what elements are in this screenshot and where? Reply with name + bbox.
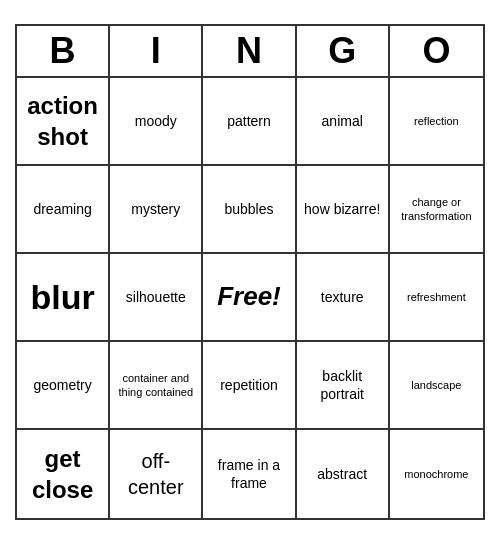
bingo-cell[interactable]: Free! [203,254,296,342]
cell-text: bubbles [224,200,273,218]
bingo-cell[interactable]: bubbles [203,166,296,254]
cell-text: moody [135,112,177,130]
bingo-cell[interactable]: pattern [203,78,296,166]
header-letter: B [17,26,110,76]
cell-text: how bizarre! [304,200,380,218]
cell-text: pattern [227,112,271,130]
bingo-cell[interactable]: change or transformation [390,166,483,254]
bingo-cell[interactable]: get close [17,430,110,518]
bingo-cell[interactable]: backlit portrait [297,342,390,430]
bingo-cell[interactable]: moody [110,78,203,166]
bingo-cell[interactable]: reflection [390,78,483,166]
cell-text: container and thing contained [114,371,197,400]
cell-text: silhouette [126,288,186,306]
cell-text: geometry [33,376,91,394]
cell-text: mystery [131,200,180,218]
cell-text: frame in a frame [207,456,290,492]
bingo-cell[interactable]: how bizarre! [297,166,390,254]
bingo-cell[interactable]: refreshment [390,254,483,342]
bingo-cell[interactable]: repetition [203,342,296,430]
cell-text: texture [321,288,364,306]
cell-text: blur [30,275,94,319]
cell-text: monochrome [404,467,468,481]
bingo-cell[interactable]: off-center [110,430,203,518]
bingo-cell[interactable]: monochrome [390,430,483,518]
header-letter: O [390,26,483,76]
cell-text: backlit portrait [301,367,384,403]
bingo-cell[interactable]: blur [17,254,110,342]
cell-text: Free! [217,280,281,314]
bingo-cell[interactable]: landscape [390,342,483,430]
bingo-header: BINGO [17,26,483,78]
cell-text: action shot [21,90,104,152]
bingo-cell[interactable]: dreaming [17,166,110,254]
bingo-cell[interactable]: texture [297,254,390,342]
bingo-cell[interactable]: geometry [17,342,110,430]
cell-text: repetition [220,376,278,394]
bingo-card: BINGO action shotmoodypatternanimalrefle… [15,24,485,520]
bingo-grid: action shotmoodypatternanimalreflectiond… [17,78,483,518]
bingo-cell[interactable]: silhouette [110,254,203,342]
cell-text: reflection [414,114,459,128]
bingo-cell[interactable]: action shot [17,78,110,166]
cell-text: landscape [411,378,461,392]
header-letter: G [297,26,390,76]
cell-text: dreaming [33,200,91,218]
cell-text: off-center [114,448,197,500]
header-letter: N [203,26,296,76]
cell-text: animal [322,112,363,130]
header-letter: I [110,26,203,76]
bingo-cell[interactable]: abstract [297,430,390,518]
bingo-cell[interactable]: container and thing contained [110,342,203,430]
cell-text: change or transformation [394,195,479,224]
cell-text: get close [21,443,104,505]
bingo-cell[interactable]: animal [297,78,390,166]
cell-text: abstract [317,465,367,483]
bingo-cell[interactable]: frame in a frame [203,430,296,518]
bingo-cell[interactable]: mystery [110,166,203,254]
cell-text: refreshment [407,290,466,304]
